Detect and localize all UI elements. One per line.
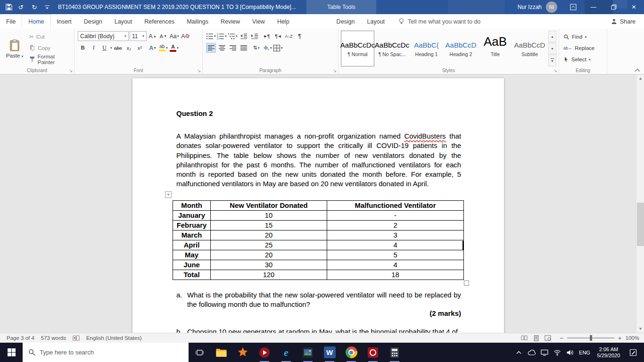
calculator-button[interactable] [384, 343, 405, 362]
table-cell[interactable]: April [173, 240, 211, 250]
scroll-down-icon[interactable]: ▼ [636, 325, 644, 333]
font-size-combobox[interactable]: 11▾ [130, 31, 147, 41]
question-b[interactable]: b. Choosing 10 new generators at random … [176, 327, 461, 333]
customize-qat-icon[interactable] [41, 1, 53, 13]
styles-more-icon[interactable]: ▼ [548, 55, 556, 66]
search-input[interactable] [40, 349, 183, 356]
tab-insert[interactable]: Insert [51, 14, 78, 29]
tab-view[interactable]: View [246, 14, 271, 29]
table-cell[interactable]: 18 [327, 270, 464, 280]
styles-scroll-up-icon[interactable]: ▲ [548, 31, 556, 42]
style-title[interactable]: AaB Title [479, 31, 512, 66]
minimize-button[interactable]: — [583, 0, 603, 14]
sort-icon[interactable]: A↓Z [284, 31, 294, 41]
tab-review[interactable]: Review [215, 14, 246, 29]
zoom-slider-thumb[interactable] [590, 335, 592, 341]
table-move-handle[interactable]: + [165, 191, 172, 198]
style-heading-2[interactable]: AaBbCcD Heading 2 [444, 31, 478, 66]
proofing-status-icon[interactable] [73, 335, 80, 341]
styles-scroll-down-icon[interactable]: ▼ [548, 43, 556, 55]
zoom-out-icon[interactable]: − [560, 335, 563, 342]
word-app-button[interactable] [319, 343, 340, 362]
table-cell[interactable]: 120 [211, 270, 327, 280]
table-cell[interactable]: 20 [211, 250, 327, 260]
table-cell[interactable]: February [173, 221, 211, 230]
bold-icon[interactable]: B [78, 43, 88, 53]
table-resize-handle[interactable] [464, 280, 469, 286]
subscript-icon[interactable]: x₂ [124, 43, 134, 53]
tab-help[interactable]: Help [271, 14, 296, 29]
table-cell[interactable]: 5 [327, 250, 464, 260]
restore-button[interactable] [603, 0, 624, 14]
align-right-icon[interactable] [228, 43, 238, 53]
underline-dropdown-caret[interactable]: ▾ [110, 46, 112, 50]
borders-icon[interactable]: ▾ [273, 43, 283, 53]
italic-icon[interactable]: I [89, 43, 99, 53]
file-explorer-button[interactable] [210, 343, 232, 362]
collapse-ribbon-icon[interactable] [635, 68, 640, 72]
print-layout-icon[interactable] [534, 335, 539, 341]
show-hide-pilcrow-icon[interactable]: ¶ [295, 31, 305, 41]
scrollbar-thumb[interactable] [637, 203, 644, 246]
table-cell[interactable]: May [173, 250, 211, 260]
align-left-icon[interactable] [206, 43, 216, 53]
zoom-level[interactable]: 100% [626, 335, 639, 341]
table-cell[interactable]: January [173, 211, 211, 221]
select-button[interactable]: Select▾ [563, 55, 607, 64]
find-button[interactable]: Find▾ [563, 32, 607, 41]
paste-button[interactable]: Paste ▾ [3, 31, 26, 66]
close-button[interactable]: ✕ [624, 0, 644, 14]
avatar[interactable]: NI [546, 1, 557, 13]
web-layout-icon[interactable] [545, 335, 551, 341]
page-indicator[interactable]: Page 3 of 4 [7, 335, 34, 341]
network-icon[interactable] [538, 343, 551, 362]
line-spacing-icon[interactable]: ⇅▾ [251, 43, 261, 53]
tab-references[interactable]: References [138, 14, 181, 29]
clear-formatting-icon[interactable]: A [180, 31, 190, 41]
ribbon-display-options-icon[interactable] [563, 0, 583, 14]
tab-design[interactable]: Design [78, 14, 108, 29]
font-family-combobox[interactable]: Calibri (Body)▾ [78, 31, 129, 41]
replace-button[interactable]: ab↔ Replace [563, 43, 607, 53]
table-cell[interactable]: 30 [211, 260, 327, 270]
language-indicator[interactable]: English (United States) [86, 335, 142, 341]
zoom-slider[interactable] [567, 337, 614, 338]
task-view-button[interactable] [189, 343, 210, 362]
chrome-button[interactable] [340, 343, 362, 362]
paragraph-dialog-launcher-icon[interactable]: ↘ [333, 68, 337, 73]
strikethrough-icon[interactable]: abc [113, 43, 123, 53]
onedrive-cloud-icon[interactable] [525, 343, 538, 362]
numbering-icon[interactable]: 123▾ [217, 31, 227, 41]
undo-dropdown-caret[interactable]: ▾ [24, 5, 25, 9]
tell-me-box[interactable]: Tell me what you want to do [398, 14, 480, 29]
photos-app-button[interactable] [297, 343, 319, 362]
save-icon[interactable] [3, 1, 15, 13]
table-cell[interactable]: 2 [327, 221, 464, 230]
hidden-icons-chevron-icon[interactable] [512, 343, 525, 362]
style-heading-1[interactable]: AaBbC( Heading 1 [410, 31, 443, 66]
shading-icon[interactable]: ▾ [262, 43, 272, 53]
table-cell[interactable]: June [173, 260, 211, 270]
multilevel-list-icon[interactable]: ▾ [228, 31, 238, 41]
ltr-text-direction-icon[interactable]: ▸¶ [262, 31, 272, 41]
cut-button[interactable]: ✂ Cut [29, 32, 72, 41]
decrease-indent-icon[interactable] [239, 31, 248, 41]
table-header-cell[interactable]: Malfunctioned Ventilator [327, 201, 464, 211]
table-header-cell[interactable]: Month [173, 201, 211, 211]
document-heading[interactable]: Question 2 [176, 109, 213, 117]
ventilator-table[interactable]: Month New Ventilator Donated Malfunction… [173, 200, 464, 280]
table-cell[interactable]: - [327, 211, 464, 221]
style-normal[interactable]: AaBbCcDc ¶ Normal [341, 31, 374, 66]
question-a-marks[interactable]: (2 marks) [176, 309, 461, 317]
tab-mailings[interactable]: Mailings [181, 14, 215, 29]
justify-icon[interactable] [239, 43, 248, 53]
read-mode-icon[interactable] [520, 335, 528, 341]
red-app-button[interactable] [362, 343, 384, 362]
language-switcher[interactable]: ENG [576, 350, 593, 355]
table-cell[interactable]: 15 [211, 221, 327, 230]
tab-layout[interactable]: Layout [108, 14, 139, 29]
tab-file[interactable]: File [0, 14, 22, 29]
rtl-text-direction-icon[interactable]: ¶◂ [273, 31, 283, 41]
style-subtitle[interactable]: AaBbCcD Subtitle [513, 31, 546, 66]
table-cell[interactable]: 4 [327, 240, 464, 250]
